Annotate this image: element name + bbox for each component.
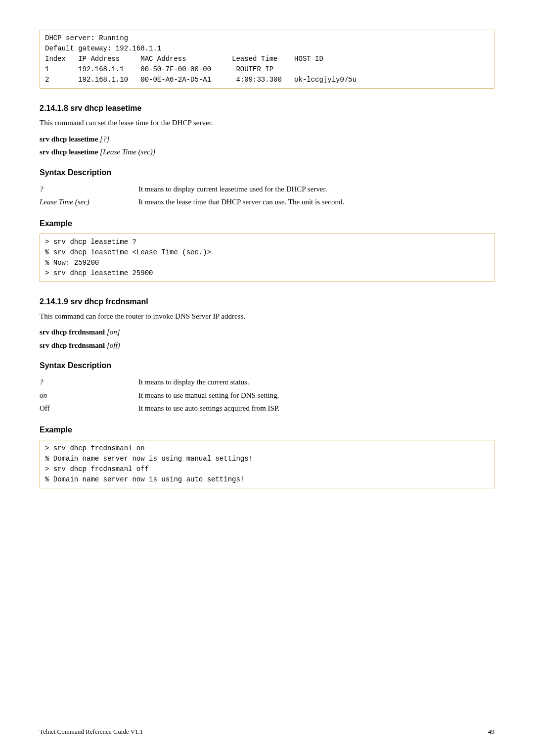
table-row: on It means to use manual setting for DN… <box>40 389 494 402</box>
syntax-table-frcdnsmanl: ? It means to display the current status… <box>40 376 494 415</box>
syntax-term: ? <box>40 376 138 389</box>
table-row: Lease Time (sec) It means the lease time… <box>40 195 494 209</box>
syntax-def: It means to use auto settings acquired f… <box>138 402 494 415</box>
syntax-table-leasetime: ? It means to display current leasetime … <box>40 183 494 209</box>
table-row: ? It means to display current leasetime … <box>40 183 494 196</box>
cmd-frcdnsmanl-2: srv dhcp frcdnsmanl [off] <box>40 340 494 351</box>
table-row: Off It means to use auto settings acquir… <box>40 402 494 415</box>
code-block-dhcp-status: DHCP server: Running Default gateway: 19… <box>40 30 494 89</box>
intro-frcdnsmanl: This command can force the router to inv… <box>40 311 494 322</box>
cmd-frcdnsmanl-1: srv dhcp frcdnsmanl [on] <box>40 327 494 338</box>
table-row: ? It means to display the current status… <box>40 376 494 389</box>
syntax-term: Off <box>40 402 138 415</box>
intro-leasetime: This command can set the lease time for … <box>40 117 494 129</box>
syntax-def: It means the lease time that DHCP server… <box>138 195 494 209</box>
syntax-heading-frcdnsmanl: Syntax Description <box>40 360 494 372</box>
cmd-leasetime-1: srv dhcp leasetime [?] <box>40 134 494 145</box>
cmd-leasetime-2: srv dhcp leasetime [Lease Time (sec)] <box>40 146 494 158</box>
syntax-def: It means to use manual setting for DNS s… <box>138 389 494 402</box>
section-heading-frcdnsmanl: 2.14.1.9 srv dhcp frcdnsmanl <box>40 296 494 308</box>
code-block-leasetime-example: > srv dhcp leasetime ? % srv dhcp leaset… <box>40 234 494 282</box>
syntax-term: Lease Time (sec) <box>40 195 138 209</box>
code-block-frcdnsmanl-example: > srv dhcp frcdnsmanl on % Domain name s… <box>40 440 494 488</box>
syntax-term: on <box>40 389 138 402</box>
syntax-def: It means to display the current status. <box>138 376 494 389</box>
example-heading-leasetime: Example <box>40 218 494 230</box>
syntax-def: It means to display current leasetime us… <box>138 183 494 196</box>
section-heading-leasetime: 2.14.1.8 srv dhcp leasetime <box>40 102 494 114</box>
syntax-term: ? <box>40 183 138 196</box>
syntax-heading-leasetime: Syntax Description <box>40 167 494 179</box>
example-heading-frcdnsmanl: Example <box>40 424 494 436</box>
